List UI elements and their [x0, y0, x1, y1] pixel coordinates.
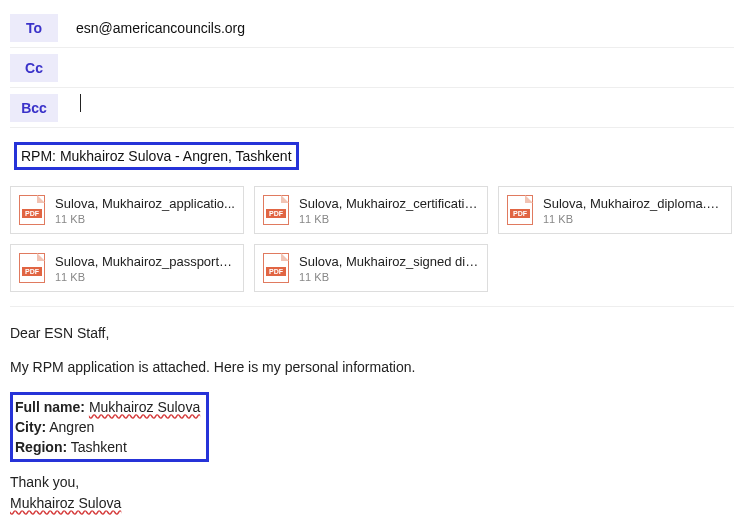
attachment-item[interactable]: PDFSulova, Mukhairoz_passport.p...11 KB	[10, 244, 244, 292]
attachment-item[interactable]: PDFSulova, Mukhairoz_signed dis...11 KB	[254, 244, 488, 292]
svg-text:PDF: PDF	[269, 210, 284, 217]
attachment-meta: Sulova, Mukhairoz_signed dis...11 KB	[299, 254, 479, 283]
region-label: Region:	[15, 439, 67, 455]
subject-input[interactable]: RPM: Mukhairoz Sulova - Angren, Tashkent	[21, 148, 292, 164]
attachment-name: Sulova, Mukhairoz_certificatio...	[299, 196, 479, 211]
svg-text:PDF: PDF	[269, 268, 284, 275]
bcc-button[interactable]: Bcc	[10, 94, 58, 122]
fullname-label: Full name:	[15, 399, 85, 415]
city-row: City: Angren	[15, 417, 200, 437]
signature-name: Mukhairoz Sulova	[10, 495, 121, 511]
thanks-line: Thank you,	[10, 472, 734, 492]
bcc-input[interactable]	[76, 94, 734, 122]
pdf-icon: PDF	[263, 253, 289, 283]
attachment-meta: Sulova, Mukhairoz_certificatio...11 KB	[299, 196, 479, 225]
attachment-size: 11 KB	[299, 271, 479, 283]
attachments-area: PDFSulova, Mukhairoz_applicatio...11 KBP…	[10, 186, 734, 307]
region-row: Region: Tashkent	[15, 437, 200, 457]
attachment-name: Sulova, Mukhairoz_diploma.pdf	[543, 196, 723, 211]
attachment-name: Sulova, Mukhairoz_applicatio...	[55, 196, 235, 211]
cc-row: Cc	[10, 48, 734, 88]
to-input[interactable]	[76, 14, 734, 42]
attachment-name: Sulova, Mukhairoz_signed dis...	[299, 254, 479, 269]
region-value: Tashkent	[71, 439, 127, 455]
fullname-value: Mukhairoz Sulova	[89, 399, 200, 415]
message-body[interactable]: Dear ESN Staff, My RPM application is at…	[0, 307, 744, 523]
bcc-row: Bcc	[10, 88, 734, 128]
subject-row: RPM: Mukhairoz Sulova - Angren, Tashkent	[10, 136, 734, 176]
attachment-item[interactable]: PDFSulova, Mukhairoz_certificatio...11 K…	[254, 186, 488, 234]
greeting-line: Dear ESN Staff,	[10, 323, 734, 343]
pdf-icon: PDF	[19, 253, 45, 283]
attachment-size: 11 KB	[55, 213, 235, 225]
pdf-icon: PDF	[507, 195, 533, 225]
subject-highlight: RPM: Mukhairoz Sulova - Angren, Tashkent	[14, 142, 299, 170]
attachment-item[interactable]: PDFSulova, Mukhairoz_applicatio...11 KB	[10, 186, 244, 234]
signature-line: Mukhairoz Sulova	[10, 493, 734, 513]
attachment-item[interactable]: PDFSulova, Mukhairoz_diploma.pdf11 KB	[498, 186, 732, 234]
cc-button[interactable]: Cc	[10, 54, 58, 82]
svg-text:PDF: PDF	[513, 210, 528, 217]
personal-info-highlight: Full name: Mukhairoz Sulova City: Angren…	[10, 392, 209, 463]
to-row: To	[10, 8, 734, 48]
compose-header: To Cc Bcc	[0, 0, 744, 128]
fullname-row: Full name: Mukhairoz Sulova	[15, 397, 200, 417]
attachment-size: 11 KB	[543, 213, 723, 225]
attachment-name: Sulova, Mukhairoz_passport.p...	[55, 254, 235, 269]
attachment-meta: Sulova, Mukhairoz_diploma.pdf11 KB	[543, 196, 723, 225]
attachment-size: 11 KB	[299, 213, 479, 225]
pdf-icon: PDF	[263, 195, 289, 225]
to-button[interactable]: To	[10, 14, 58, 42]
intro-line: My RPM application is attached. Here is …	[10, 357, 734, 377]
pdf-icon: PDF	[19, 195, 45, 225]
city-value: Angren	[49, 419, 94, 435]
svg-text:PDF: PDF	[25, 210, 40, 217]
city-label: City:	[15, 419, 46, 435]
attachment-size: 11 KB	[55, 271, 235, 283]
attachment-meta: Sulova, Mukhairoz_applicatio...11 KB	[55, 196, 235, 225]
attachment-meta: Sulova, Mukhairoz_passport.p...11 KB	[55, 254, 235, 283]
text-cursor	[80, 94, 81, 112]
cc-input[interactable]	[76, 54, 734, 82]
svg-text:PDF: PDF	[25, 268, 40, 275]
